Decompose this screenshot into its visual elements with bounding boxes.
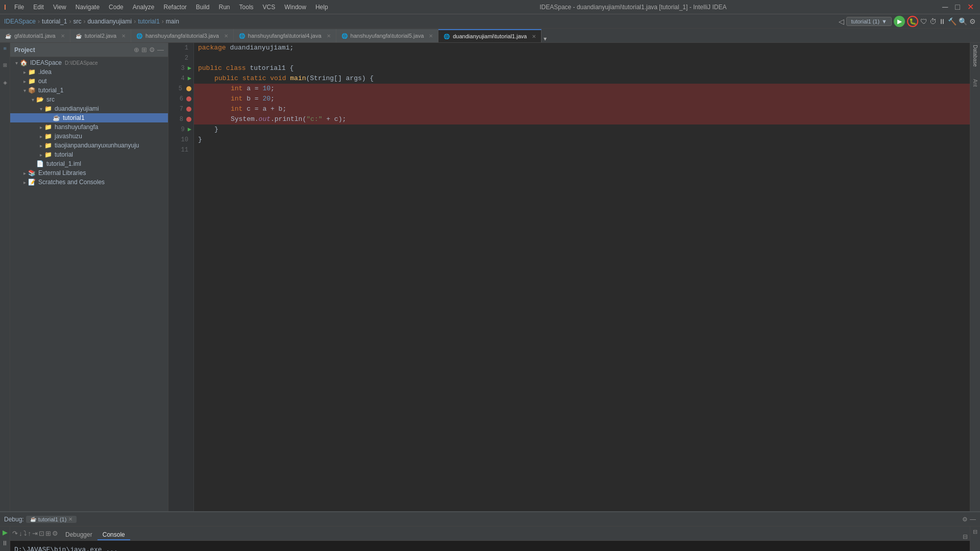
- evaluate-icon[interactable]: ⊡: [39, 530, 44, 537]
- tab-debugger[interactable]: Debugger: [60, 530, 97, 540]
- run-button[interactable]: ▶: [894, 16, 905, 27]
- debug-session-tab[interactable]: ☕ tutorial1 (1) ✕: [26, 516, 77, 523]
- debug-session-close[interactable]: ✕: [68, 516, 72, 522]
- gutter-line-5[interactable]: 5: [168, 84, 193, 94]
- menu-bar[interactable]: File Edit View Navigate Code Analyze Ref…: [10, 3, 332, 12]
- tree-item-tiaojian[interactable]: ▸ 📁 tiaojianpanduanyuxunhuanyuju: [10, 141, 168, 150]
- menu-edit[interactable]: Edit: [29, 3, 48, 12]
- menu-analyze[interactable]: Analyze: [129, 3, 159, 12]
- menu-view[interactable]: View: [49, 3, 70, 12]
- structure-icon[interactable]: ⊞: [2, 63, 8, 67]
- menu-tools[interactable]: Tools: [235, 3, 258, 12]
- project-panel-toolbar[interactable]: ⊕ ⊞ ⚙ —: [134, 46, 164, 54]
- console-output[interactable]: D:\JAVASE\bin\java.exe ... Connected to …: [10, 541, 970, 551]
- tabs-overflow-icon[interactable]: ▾: [542, 35, 549, 42]
- menu-run[interactable]: Run: [215, 3, 234, 12]
- tab-tutorial2[interactable]: ☕ tutorial2.java ✕: [70, 29, 131, 42]
- step-out-icon[interactable]: ↑: [28, 530, 32, 537]
- hide-panel-icon[interactable]: —: [157, 46, 164, 54]
- gutter-line-7[interactable]: 7: [168, 104, 193, 114]
- win-buttons[interactable]: ─ □ ✕: [940, 2, 976, 12]
- build-icon[interactable]: 🔨: [948, 17, 957, 26]
- pause-icon[interactable]: ⏸: [2, 539, 8, 547]
- breadcrumb-src[interactable]: src: [73, 18, 81, 25]
- debug-minimize-icon[interactable]: —: [970, 516, 976, 523]
- tree-item-ext-libs[interactable]: ▸ 📚 External Libraries: [10, 168, 168, 178]
- step-into-icon[interactable]: ↓: [19, 530, 22, 537]
- resume-icon[interactable]: ▶: [3, 529, 8, 536]
- breadcrumb-class[interactable]: tutorial1: [138, 18, 160, 25]
- debug-tabs[interactable]: ↷ ↓ ⤵ ↑ ⇥ ⊡ ⊞ ⚙ Debugger Console ⊟: [10, 527, 970, 541]
- tab-gfa-tutorial1[interactable]: ☕ gfa\tutorial1.java ✕: [0, 29, 70, 42]
- coverage-icon[interactable]: 🛡: [920, 17, 927, 26]
- tree-item-iml[interactable]: ▸ 📄 tutorial_1.iml: [10, 159, 168, 168]
- database-tab[interactable]: Database: [972, 45, 978, 67]
- tree-item-hanshuyufangfa[interactable]: ▸ 📁 hanshuyufangfa: [10, 122, 168, 132]
- tab-tutorial4[interactable]: 🌐 hanshuyufangfa\tutorial4.java ✕: [234, 29, 336, 42]
- breadcrumb-package[interactable]: duandianyujiami: [87, 18, 132, 25]
- tree-item-javashuzu[interactable]: ▸ 📁 javashuzu: [10, 132, 168, 141]
- tab-tutorial5[interactable]: 🌐 hanshuyufangfa\tutorial5.java ✕: [336, 29, 439, 42]
- settings-panel-icon[interactable]: ⚙: [149, 46, 155, 54]
- code-editor[interactable]: package duandianyujiami; public class tu…: [194, 43, 980, 511]
- profile-icon[interactable]: ⏱: [929, 17, 937, 26]
- stop-icon[interactable]: ⏸: [939, 17, 946, 26]
- back-icon[interactable]: ◁: [839, 17, 844, 26]
- ant-icon[interactable]: ◈: [2, 81, 8, 86]
- ant-build-tab[interactable]: Ant: [972, 79, 978, 87]
- tree-item-idea[interactable]: ▸ 📁 .idea: [10, 67, 168, 77]
- menu-file[interactable]: File: [10, 3, 28, 12]
- soft-wrap-icon[interactable]: ⊟: [963, 533, 968, 540]
- run-to-cursor-icon[interactable]: ⇥: [32, 530, 38, 537]
- minimize-button[interactable]: ─: [940, 3, 950, 12]
- step-into-my-code-icon[interactable]: ⤵: [23, 530, 27, 537]
- breadcrumb-method[interactable]: main: [166, 18, 179, 25]
- debug-settings-icon[interactable]: ⚙: [962, 516, 968, 523]
- tree-item-tutorial1-module[interactable]: ▾ 📦 tutorial_1: [10, 86, 168, 95]
- tab-close-icon[interactable]: ✕: [224, 33, 228, 39]
- tab-close-icon[interactable]: ✕: [327, 33, 331, 39]
- tab-console[interactable]: Console: [97, 530, 130, 540]
- menu-help[interactable]: Help: [311, 3, 332, 12]
- maximize-button[interactable]: □: [953, 3, 962, 12]
- menu-code[interactable]: Code: [105, 3, 128, 12]
- tree-item-src[interactable]: ▾ 📂 src: [10, 95, 168, 104]
- menu-vcs[interactable]: VCS: [259, 3, 280, 12]
- tab-close-icon[interactable]: ✕: [121, 33, 126, 39]
- tab-close-icon[interactable]: ✕: [61, 33, 65, 39]
- menu-build[interactable]: Build: [192, 3, 214, 12]
- editor-tabs[interactable]: ☕ gfa\tutorial1.java ✕ ☕ tutorial2.java …: [0, 29, 980, 43]
- run-config[interactable]: tutorial1 (1) ▼: [846, 17, 892, 26]
- step-over-icon[interactable]: ↷: [12, 530, 18, 537]
- tab-tutorial3[interactable]: 🌐 hanshuyufangfa\tutorial3.java ✕: [131, 29, 234, 42]
- tree-item-duandian[interactable]: ▾ 📁 duandianyujiami: [10, 104, 168, 113]
- menu-window[interactable]: Window: [280, 3, 310, 12]
- tree-item-tutorial-pkg[interactable]: ▸ 📁 tutorial: [10, 150, 168, 159]
- tree-item-scratches[interactable]: ▸ 📝 Scratches and Consoles: [10, 178, 168, 187]
- breadcrumb-module[interactable]: tutorial_1: [42, 18, 67, 25]
- project-view-icon[interactable]: ≡: [2, 47, 8, 50]
- search-icon[interactable]: 🔍: [959, 17, 967, 26]
- expand-arrow: ▾: [15, 60, 18, 66]
- close-button[interactable]: ✕: [965, 2, 976, 12]
- gutter-line-8[interactable]: 8: [168, 114, 193, 124]
- run-config-dropdown-icon[interactable]: ▼: [881, 18, 887, 24]
- tab-duandian-tutorial1[interactable]: 🌐 duandianyujiami\tutorial1.java ✕: [438, 29, 542, 42]
- tree-item-ideaspace[interactable]: ▾ 🏠 IDEASpace D:\IDEASpace: [10, 58, 168, 67]
- locate-icon[interactable]: ⊕: [134, 46, 139, 54]
- menu-navigate[interactable]: Navigate: [71, 3, 104, 12]
- settings-icon[interactable]: ⚙: [969, 17, 976, 26]
- menu-refactor[interactable]: Refactor: [159, 3, 190, 12]
- debug-button[interactable]: 🐛: [907, 16, 918, 27]
- tree-item-tutorial1-file[interactable]: ▸ ☕ tutorial1: [10, 113, 168, 122]
- tab-close-icon[interactable]: ✕: [429, 33, 433, 39]
- tree-item-out[interactable]: ▸ 📁 out: [10, 77, 168, 86]
- package-icon: 📁: [44, 151, 52, 158]
- breadcrumb-ideaspace[interactable]: IDEASpace: [4, 18, 36, 25]
- restore-icon[interactable]: ⊞: [45, 530, 51, 537]
- layout-icon[interactable]: ⊟: [973, 529, 977, 535]
- settings-console-icon[interactable]: ⚙: [52, 530, 58, 537]
- tab-close-icon[interactable]: ✕: [532, 34, 536, 39]
- expand-icon[interactable]: ⊞: [141, 46, 147, 54]
- gutter-line-6[interactable]: 6: [168, 94, 193, 104]
